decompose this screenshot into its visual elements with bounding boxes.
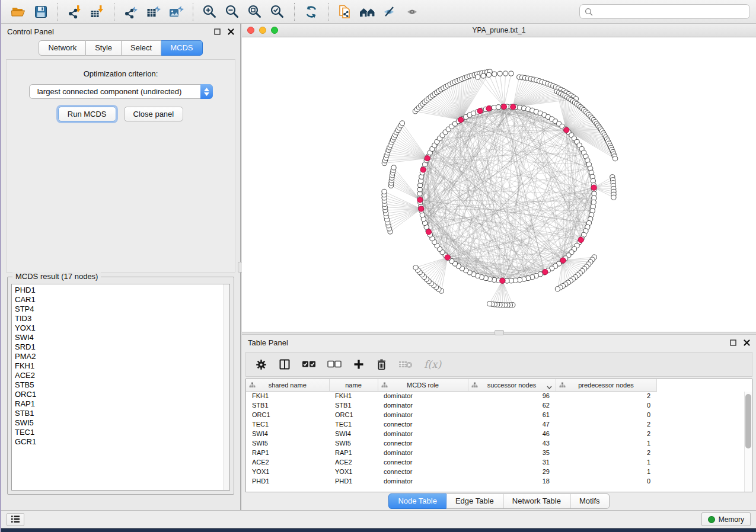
mcds-result-item[interactable]: YOX1 — [15, 323, 227, 333]
column-header-shared-name[interactable]: shared name — [246, 379, 329, 391]
table-cell[interactable]: 18 — [468, 476, 556, 486]
table-cell[interactable]: YOX1 — [329, 467, 378, 476]
mcds-result-item[interactable]: CAR1 — [15, 295, 227, 305]
column-header-name[interactable]: name — [329, 379, 378, 391]
table-cell[interactable]: dominator — [378, 410, 468, 419]
table-cell[interactable]: PHD1 — [246, 476, 329, 486]
table-cell[interactable]: ORC1 — [246, 410, 329, 419]
close-panel-icon[interactable] — [744, 339, 750, 346]
close-panel-button[interactable]: Close panel — [124, 107, 184, 121]
table-cell[interactable]: connector — [378, 419, 468, 429]
mcds-result-item[interactable]: FKH1 — [15, 361, 227, 371]
mcds-result-item[interactable]: SWI5 — [15, 418, 227, 428]
zoom-in-button[interactable] — [199, 2, 221, 21]
table-cell[interactable]: 46 — [468, 429, 556, 438]
table-cell[interactable]: RAP1 — [246, 448, 329, 457]
minimize-window-icon[interactable] — [259, 27, 266, 34]
table-cell[interactable]: dominator — [378, 476, 468, 486]
select-all-rows-button[interactable] — [302, 360, 316, 368]
mcds-result-item[interactable]: STB1 — [15, 409, 227, 418]
tab-node-table[interactable]: Node Table — [388, 493, 446, 509]
network-view[interactable] — [242, 37, 756, 332]
run-mcds-button[interactable]: Run MCDS — [58, 107, 116, 121]
mcds-result-item[interactable]: GCR1 — [15, 437, 227, 447]
table-cell[interactable]: 43 — [468, 438, 556, 448]
network-window-titlebar[interactable]: YPA_prune.txt_1 — [242, 24, 756, 37]
table-cell[interactable]: 0 — [556, 400, 656, 410]
import-network-button[interactable] — [63, 2, 86, 21]
table-row[interactable]: SWI4SWI4dominator462 — [246, 429, 656, 438]
table-cell[interactable]: 62 — [468, 400, 556, 410]
optimization-criterion-dropdown[interactable]: largest connected component (undirected) — [29, 84, 213, 99]
splitter-grip[interactable] — [495, 330, 504, 335]
node-table[interactable]: shared namenameMCDS rolesuccessor nodesp… — [246, 379, 657, 486]
open-file-button[interactable] — [7, 2, 30, 21]
task-history-button[interactable] — [7, 513, 24, 526]
table-cell[interactable]: SWI4 — [329, 429, 378, 438]
memory-button[interactable]: Memory — [701, 512, 751, 526]
zoom-selected-button[interactable] — [266, 2, 289, 21]
table-cell[interactable]: SWI5 — [246, 438, 329, 448]
table-row[interactable]: SWI5SWI5connector431 — [246, 438, 656, 448]
table-cell[interactable]: SWI5 — [329, 438, 378, 448]
mcds-result-item[interactable]: ACE2 — [15, 371, 227, 380]
table-cell[interactable]: 0 — [556, 410, 656, 419]
tab-style[interactable]: Style — [86, 40, 122, 56]
table-row[interactable]: ACE2ACE2connector311 — [246, 457, 656, 467]
table-cell[interactable]: 47 — [468, 419, 556, 429]
table-row[interactable]: PHD1PHD1dominator180 — [246, 476, 656, 486]
mcds-result-item[interactable]: TEC1 — [15, 428, 227, 437]
table-scrollbar[interactable] — [744, 392, 752, 492]
table-cell[interactable]: YOX1 — [246, 467, 329, 476]
table-cell[interactable]: 2 — [556, 419, 656, 429]
tab-motifs[interactable]: Motifs — [570, 493, 610, 509]
mcds-result-item[interactable]: PMA2 — [15, 352, 227, 361]
table-cell[interactable]: 2 — [556, 448, 656, 457]
mcds-result-item[interactable]: TID3 — [15, 314, 227, 323]
table-cell[interactable]: FKH1 — [246, 391, 329, 400]
table-cell[interactable]: 2 — [556, 429, 656, 438]
column-header-successor-nodes[interactable]: successor nodes — [468, 379, 556, 391]
mcds-result-item[interactable]: RAP1 — [15, 399, 227, 409]
table-settings-button[interactable] — [255, 358, 267, 371]
table-cell[interactable]: STB1 — [246, 400, 329, 410]
tab-edge-table[interactable]: Edge Table — [446, 493, 503, 509]
add-column-button[interactable] — [353, 358, 365, 370]
mcds-result-item[interactable]: STB5 — [15, 380, 227, 390]
refresh-view-button[interactable] — [300, 2, 323, 21]
close-window-icon[interactable] — [247, 27, 254, 34]
table-cell[interactable]: 2 — [556, 391, 656, 400]
table-row[interactable]: STB1STB1dominator620 — [246, 400, 656, 410]
horizontal-splitter[interactable] — [242, 332, 756, 335]
mcds-result-item[interactable]: SWI4 — [15, 333, 227, 342]
table-cell[interactable]: ACE2 — [246, 457, 329, 467]
mcds-result-list[interactable]: PHD1CAR1STP4TID3YOX1SWI4SRD1PMA2FKH1ACE2… — [11, 284, 230, 491]
mcds-list-scrollbar[interactable] — [223, 284, 229, 490]
table-cell[interactable]: TEC1 — [329, 419, 378, 429]
mcds-result-item[interactable]: STP4 — [15, 305, 227, 314]
import-table-button[interactable] — [86, 2, 109, 21]
table-cell[interactable]: 61 — [468, 410, 556, 419]
table-cell[interactable]: ACE2 — [329, 457, 378, 467]
float-window-icon[interactable] — [214, 28, 221, 35]
table-cell[interactable]: 29 — [468, 467, 556, 476]
table-cell[interactable]: connector — [378, 467, 468, 476]
tab-network[interactable]: Network — [39, 40, 86, 56]
table-cell[interactable]: PHD1 — [329, 476, 378, 486]
table-cell[interactable]: TEC1 — [246, 419, 329, 429]
column-header-predecessor-nodes[interactable]: predecessor nodes — [556, 379, 656, 391]
table-cell[interactable]: dominator — [378, 391, 468, 400]
table-cell[interactable]: 35 — [468, 448, 556, 457]
duplicate-network-button[interactable] — [334, 2, 356, 21]
deselect-all-rows-button[interactable] — [327, 360, 342, 368]
table-cell[interactable]: 1 — [556, 457, 656, 467]
show-all-button[interactable] — [401, 2, 424, 21]
tab-network-table[interactable]: Network Table — [503, 493, 570, 509]
hide-selected-button[interactable] — [379, 2, 401, 21]
table-row[interactable]: FKH1FKH1dominator962 — [246, 391, 656, 400]
tab-select[interactable]: Select — [122, 40, 161, 56]
close-panel-icon[interactable] — [228, 28, 234, 35]
table-row[interactable]: TEC1TEC1connector472 — [246, 419, 656, 429]
float-window-icon[interactable] — [730, 339, 736, 346]
search-box[interactable] — [579, 4, 750, 19]
